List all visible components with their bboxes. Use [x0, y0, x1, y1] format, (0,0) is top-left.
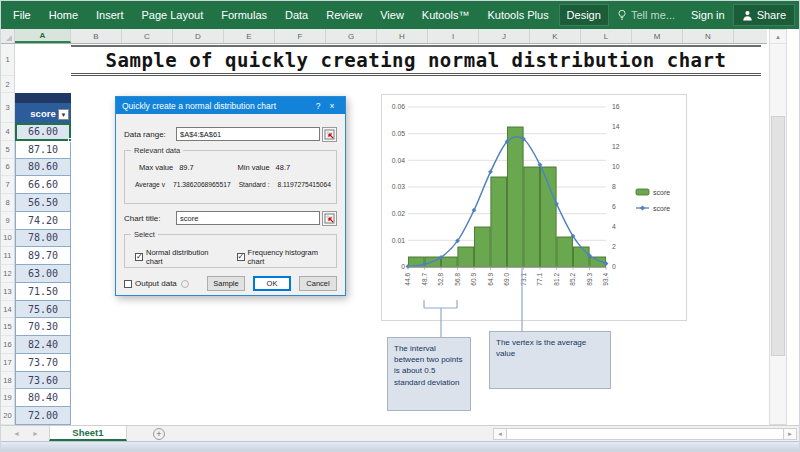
column-header-k[interactable]: K — [530, 29, 581, 43]
row-header-2[interactable]: 2 — [1, 76, 14, 93]
row-header-7[interactable]: 7 — [1, 176, 14, 194]
sheet-title-cell[interactable]: Sample of quickly creating normal distri… — [71, 45, 761, 76]
row-header-19[interactable]: 19 — [1, 389, 14, 407]
column-header-a[interactable]: A — [15, 29, 71, 43]
row-header-10[interactable]: 10 — [1, 230, 14, 248]
row-header-4[interactable]: 4 — [1, 123, 14, 141]
column-header-f[interactable]: F — [275, 29, 326, 43]
output-data-checkbox[interactable]: Output data — [124, 279, 177, 288]
column-header-c[interactable]: C — [122, 29, 173, 43]
share-button[interactable]: Share — [733, 4, 795, 26]
cell-a5[interactable]: 87.10 — [15, 141, 71, 159]
ok-button[interactable]: OK — [253, 276, 291, 291]
scroll-right-icon[interactable]: ► — [783, 428, 797, 440]
cell-a16[interactable]: 82.40 — [15, 336, 71, 354]
ribbon-tab-home[interactable]: Home — [41, 4, 86, 26]
column-header-h[interactable]: H — [377, 29, 428, 43]
sheet-nav-arrows[interactable]: ◄ ► — [1, 426, 49, 441]
ribbon-tab-review[interactable]: Review — [318, 4, 370, 26]
fill-handle[interactable] — [68, 138, 72, 142]
select-all-corner[interactable] — [1, 29, 15, 43]
horizontal-scroll-track[interactable] — [507, 428, 783, 440]
frequency-histogram-checkbox[interactable]: Frequency histogram chart — [237, 248, 336, 266]
range-picker-icon[interactable] — [322, 211, 337, 226]
column-header-n[interactable]: N — [683, 29, 734, 43]
column-header-l[interactable]: L — [581, 29, 632, 43]
row-header-18[interactable]: 18 — [1, 372, 14, 390]
normal-distribution-checkbox[interactable]: Normal distribution chart — [135, 248, 227, 266]
chart-frame[interactable]: 00.010.020.030.040.050.06024681012141644… — [381, 94, 687, 321]
chart-title-input[interactable] — [176, 211, 320, 225]
ribbon-tab-insert[interactable]: Insert — [88, 4, 132, 26]
row-header-16[interactable]: 16 — [1, 336, 14, 354]
cell-a14[interactable]: 75.60 — [15, 301, 71, 319]
sheet-nav-left-icon[interactable]: ◄ — [13, 430, 20, 437]
vertical-scroll-thumb[interactable] — [771, 116, 785, 356]
ribbon-tab-formulas[interactable]: Formulas — [213, 4, 275, 26]
row-header-20[interactable]: 20 — [1, 407, 14, 425]
row-header-11[interactable]: 11 — [1, 247, 14, 265]
ribbon-tab-kutools-plus[interactable]: Kutools Plus — [479, 4, 556, 26]
cell-a6[interactable]: 80.60 — [15, 159, 71, 177]
row-header-17[interactable]: 17 — [1, 354, 14, 372]
row-header-6[interactable]: 6 — [1, 159, 14, 177]
scroll-left-icon[interactable]: ◄ — [493, 428, 507, 440]
dialog-help-button[interactable]: ? — [311, 101, 325, 111]
cell-a15[interactable]: 70.30 — [15, 318, 71, 336]
row-header-8[interactable]: 8 — [1, 194, 14, 212]
column-header-m[interactable]: M — [632, 29, 683, 43]
cell-a4[interactable]: 66.00 — [15, 123, 71, 141]
cell-a11[interactable]: 89.70 — [15, 247, 71, 265]
tell-me-tab[interactable]: Tell me... — [609, 4, 683, 26]
vertical-scrollbar[interactable]: ▲ — [769, 29, 787, 425]
sheet-tab-label: Sheet1 — [72, 427, 103, 438]
cell-a20[interactable]: 72.00 — [15, 407, 71, 425]
scroll-up-icon[interactable]: ▲ — [770, 30, 786, 44]
row-header-3[interactable]: 3 — [1, 93, 14, 123]
ribbon-tab-data[interactable]: Data — [277, 4, 316, 26]
sample-button[interactable]: Sample — [207, 276, 245, 291]
cell-a8[interactable]: 56.50 — [15, 194, 71, 212]
sign-in-button[interactable]: Sign in — [683, 4, 733, 26]
row-header-12[interactable]: 12 — [1, 265, 14, 283]
sheet-nav-right-icon[interactable]: ► — [32, 430, 39, 437]
cell-a10[interactable]: 78.00 — [15, 230, 71, 248]
row-header-9[interactable]: 9 — [1, 212, 14, 230]
column-header-g[interactable]: G — [326, 29, 377, 43]
ribbon-tab-page-layout[interactable]: Page Layout — [133, 4, 211, 26]
callout-interval[interactable]: The interval between two points is about… — [387, 337, 471, 411]
data-range-input[interactable] — [176, 127, 320, 141]
cell-a9[interactable]: 74.20 — [15, 212, 71, 230]
ribbon-tab-kutools-[interactable]: Kutools™ — [414, 4, 478, 26]
horizontal-scrollbar[interactable]: ◄ ► — [493, 426, 797, 441]
row-header-5[interactable]: 5 — [1, 141, 14, 159]
cell-a12[interactable]: 63.00 — [15, 265, 71, 283]
filter-dropdown-icon[interactable]: ▼ — [58, 109, 69, 120]
row-header-1[interactable]: 1 — [1, 44, 14, 76]
row-header-14[interactable]: 14 — [1, 301, 14, 319]
column-header-d[interactable]: D — [173, 29, 224, 43]
column-header-j[interactable]: J — [479, 29, 530, 43]
cell-a7[interactable]: 66.60 — [15, 176, 71, 194]
ribbon-tab-design[interactable]: Design — [559, 4, 609, 26]
cell-a13[interactable]: 71.50 — [15, 283, 71, 301]
cell-a17[interactable]: 73.70 — [15, 354, 71, 372]
score-table-header[interactable]: score ▼ — [15, 93, 71, 123]
dialog-close-button[interactable]: × — [325, 101, 339, 111]
row-header-13[interactable]: 13 — [1, 283, 14, 301]
ribbon-tab-file[interactable]: File — [5, 4, 39, 26]
cell-a18[interactable]: 73.60 — [15, 372, 71, 390]
dialog-titlebar[interactable]: Quickly create a normal distribution cha… — [116, 97, 345, 114]
column-header-b[interactable]: B — [71, 29, 122, 43]
column-header-e[interactable]: E — [224, 29, 275, 43]
callout-vertex[interactable]: The vertex is the average value — [489, 331, 611, 389]
sheet-tab-sheet1[interactable]: Sheet1 — [49, 426, 127, 441]
histogram-bar — [507, 127, 523, 267]
range-picker-icon[interactable] — [322, 127, 337, 142]
cell-a19[interactable]: 80.40 — [15, 389, 71, 407]
row-header-15[interactable]: 15 — [1, 318, 14, 336]
column-header-i[interactable]: I — [428, 29, 479, 43]
cancel-button[interactable]: Cancel — [299, 276, 337, 291]
ribbon-tab-view[interactable]: View — [372, 4, 412, 26]
new-sheet-button[interactable]: + — [153, 428, 165, 440]
